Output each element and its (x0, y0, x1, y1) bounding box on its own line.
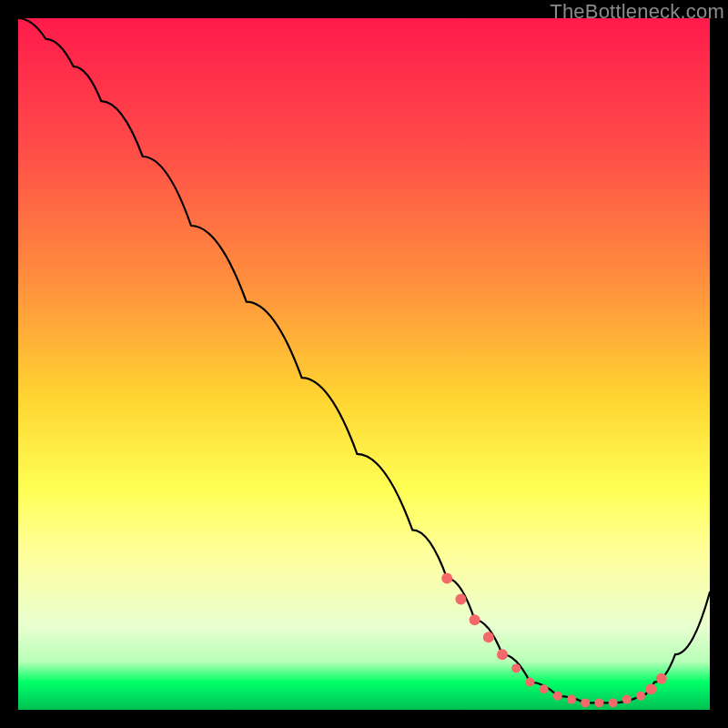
marker-point (636, 692, 645, 701)
marker-point (511, 663, 521, 672)
marker-point (622, 695, 632, 704)
chart-frame: TheBottleneck.com (0, 0, 728, 728)
marker-point (497, 649, 508, 660)
marker-point (581, 698, 590, 707)
marker-point (594, 698, 603, 707)
chart-svg (18, 18, 710, 710)
plot-area (18, 18, 710, 710)
marker-point (470, 614, 480, 625)
marker-group (441, 573, 667, 708)
bottleneck-curve (18, 18, 710, 703)
marker-point (540, 684, 549, 693)
marker-point (483, 632, 494, 642)
marker-point (645, 683, 656, 694)
marker-point (525, 678, 534, 687)
marker-point (656, 673, 667, 684)
marker-point (609, 698, 618, 707)
marker-point (441, 573, 452, 584)
marker-point (553, 692, 562, 701)
marker-point (567, 695, 576, 704)
marker-point (455, 593, 466, 604)
